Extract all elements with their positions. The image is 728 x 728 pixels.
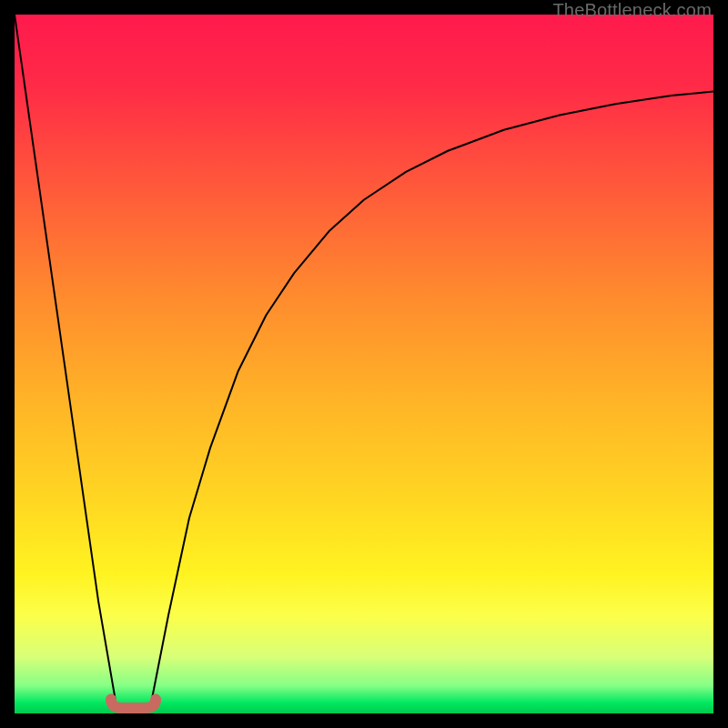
- gradient-background: [15, 15, 713, 713]
- watermark-label: TheBottleneck.com: [552, 0, 712, 21]
- chart-svg: [15, 15, 713, 713]
- plot-area: [15, 15, 713, 713]
- chart-frame: TheBottleneck.com: [0, 0, 728, 728]
